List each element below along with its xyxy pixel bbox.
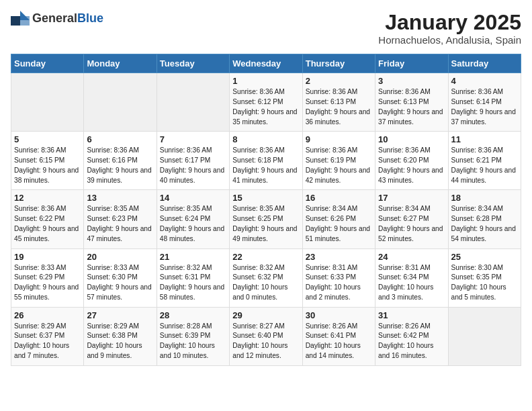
day-number: 2 <box>306 76 372 86</box>
calendar-cell: 5Sunrise: 8:36 AM Sunset: 6:15 PM Daylig… <box>11 132 84 190</box>
day-number: 4 <box>451 76 518 86</box>
day-info: Sunrise: 8:26 AM Sunset: 6:41 PM Dayligh… <box>306 322 372 361</box>
calendar-week-row: 5Sunrise: 8:36 AM Sunset: 6:15 PM Daylig… <box>11 132 521 190</box>
day-info: Sunrise: 8:36 AM Sunset: 6:17 PM Dayligh… <box>160 146 226 185</box>
calendar-cell: 10Sunrise: 8:36 AM Sunset: 6:20 PM Dayli… <box>375 132 448 190</box>
calendar-cell <box>157 73 229 132</box>
day-info: Sunrise: 8:33 AM Sunset: 6:29 PM Dayligh… <box>14 263 81 303</box>
calendar-cell: 18Sunrise: 8:34 AM Sunset: 6:28 PM Dayli… <box>448 190 521 248</box>
day-info: Sunrise: 8:28 AM Sunset: 6:39 PM Dayligh… <box>160 322 226 361</box>
day-number: 5 <box>14 134 81 144</box>
calendar-cell: 22Sunrise: 8:32 AM Sunset: 6:32 PM Dayli… <box>230 248 302 307</box>
title-area: January 2025 Hornachuelos, Andalusia, Sp… <box>378 11 521 46</box>
day-info: Sunrise: 8:36 AM Sunset: 6:16 PM Dayligh… <box>87 146 153 185</box>
day-number: 7 <box>160 134 226 144</box>
day-number: 8 <box>232 134 299 144</box>
day-info: Sunrise: 8:29 AM Sunset: 6:38 PM Dayligh… <box>87 322 153 361</box>
day-number: 14 <box>160 193 226 203</box>
calendar-cell: 16Sunrise: 8:34 AM Sunset: 6:26 PM Dayli… <box>302 190 375 248</box>
weekday-header: Monday <box>84 54 157 73</box>
day-info: Sunrise: 8:32 AM Sunset: 6:32 PM Dayligh… <box>232 263 299 303</box>
calendar-cell: 14Sunrise: 8:35 AM Sunset: 6:24 PM Dayli… <box>157 190 229 248</box>
day-number: 25 <box>451 252 518 262</box>
day-info: Sunrise: 8:36 AM Sunset: 6:14 PM Dayligh… <box>451 87 518 127</box>
day-info: Sunrise: 8:35 AM Sunset: 6:25 PM Dayligh… <box>232 204 299 244</box>
calendar-cell: 28Sunrise: 8:28 AM Sunset: 6:39 PM Dayli… <box>157 307 229 365</box>
day-info: Sunrise: 8:29 AM Sunset: 6:37 PM Dayligh… <box>14 322 81 361</box>
svg-marker-2 <box>20 16 30 26</box>
day-number: 19 <box>14 252 81 262</box>
day-number: 22 <box>232 252 299 262</box>
day-number: 18 <box>451 193 518 203</box>
logo: GeneralBlue <box>11 11 103 26</box>
calendar-table: SundayMondayTuesdayWednesdayThursdayFrid… <box>11 54 521 366</box>
day-info: Sunrise: 8:36 AM Sunset: 6:21 PM Dayligh… <box>451 146 518 185</box>
day-number: 3 <box>378 76 445 86</box>
calendar-cell: 26Sunrise: 8:29 AM Sunset: 6:37 PM Dayli… <box>11 307 84 365</box>
day-info: Sunrise: 8:36 AM Sunset: 6:13 PM Dayligh… <box>378 87 445 127</box>
weekday-header-row: SundayMondayTuesdayWednesdayThursdayFrid… <box>11 54 521 73</box>
day-info: Sunrise: 8:33 AM Sunset: 6:30 PM Dayligh… <box>87 263 153 303</box>
calendar-cell: 23Sunrise: 8:31 AM Sunset: 6:33 PM Dayli… <box>302 248 375 307</box>
svg-marker-1 <box>11 16 20 26</box>
calendar-week-row: 12Sunrise: 8:36 AM Sunset: 6:22 PM Dayli… <box>11 190 521 248</box>
calendar-cell: 2Sunrise: 8:36 AM Sunset: 6:13 PM Daylig… <box>302 73 375 132</box>
weekday-header: Wednesday <box>230 54 302 73</box>
day-info: Sunrise: 8:32 AM Sunset: 6:31 PM Dayligh… <box>160 263 226 303</box>
day-info: Sunrise: 8:34 AM Sunset: 6:26 PM Dayligh… <box>306 204 372 244</box>
day-info: Sunrise: 8:36 AM Sunset: 6:22 PM Dayligh… <box>14 204 81 244</box>
logo-text-blue: Blue <box>77 11 103 25</box>
day-number: 29 <box>232 310 299 320</box>
logo-icon <box>11 11 30 26</box>
day-info: Sunrise: 8:36 AM Sunset: 6:18 PM Dayligh… <box>232 146 299 185</box>
calendar-week-row: 1Sunrise: 8:36 AM Sunset: 6:12 PM Daylig… <box>11 73 521 132</box>
calendar-cell: 29Sunrise: 8:27 AM Sunset: 6:40 PM Dayli… <box>230 307 302 365</box>
weekday-header: Tuesday <box>157 54 229 73</box>
day-number: 24 <box>378 252 445 262</box>
header: GeneralBlue January 2025 Hornachuelos, A… <box>11 11 521 46</box>
day-number: 16 <box>306 193 372 203</box>
day-number: 28 <box>160 310 226 320</box>
day-info: Sunrise: 8:35 AM Sunset: 6:23 PM Dayligh… <box>87 204 153 244</box>
day-number: 26 <box>14 310 81 320</box>
weekday-header: Friday <box>375 54 448 73</box>
day-number: 20 <box>87 252 153 262</box>
calendar-cell <box>448 307 521 365</box>
calendar-cell: 11Sunrise: 8:36 AM Sunset: 6:21 PM Dayli… <box>448 132 521 190</box>
day-info: Sunrise: 8:36 AM Sunset: 6:13 PM Dayligh… <box>306 87 372 127</box>
day-number: 12 <box>14 193 81 203</box>
calendar-week-row: 19Sunrise: 8:33 AM Sunset: 6:29 PM Dayli… <box>11 248 521 307</box>
day-info: Sunrise: 8:27 AM Sunset: 6:40 PM Dayligh… <box>232 322 299 361</box>
day-info: Sunrise: 8:31 AM Sunset: 6:33 PM Dayligh… <box>306 263 372 303</box>
day-number: 13 <box>87 193 153 203</box>
day-info: Sunrise: 8:36 AM Sunset: 6:19 PM Dayligh… <box>306 146 372 185</box>
logo-text-general: General <box>32 11 77 25</box>
calendar-cell: 9Sunrise: 8:36 AM Sunset: 6:19 PM Daylig… <box>302 132 375 190</box>
day-info: Sunrise: 8:36 AM Sunset: 6:20 PM Dayligh… <box>378 146 445 185</box>
calendar-cell: 25Sunrise: 8:30 AM Sunset: 6:35 PM Dayli… <box>448 248 521 307</box>
day-number: 30 <box>306 310 372 320</box>
day-info: Sunrise: 8:31 AM Sunset: 6:34 PM Dayligh… <box>378 263 445 303</box>
day-info: Sunrise: 8:26 AM Sunset: 6:42 PM Dayligh… <box>378 322 445 361</box>
calendar-week-row: 26Sunrise: 8:29 AM Sunset: 6:37 PM Dayli… <box>11 307 521 365</box>
day-number: 10 <box>378 134 445 144</box>
calendar-cell: 19Sunrise: 8:33 AM Sunset: 6:29 PM Dayli… <box>11 248 84 307</box>
calendar-cell: 12Sunrise: 8:36 AM Sunset: 6:22 PM Dayli… <box>11 190 84 248</box>
weekday-header: Sunday <box>11 54 84 73</box>
calendar-cell: 3Sunrise: 8:36 AM Sunset: 6:13 PM Daylig… <box>375 73 448 132</box>
location-title: Hornachuelos, Andalusia, Spain <box>378 34 521 46</box>
calendar-cell: 30Sunrise: 8:26 AM Sunset: 6:41 PM Dayli… <box>302 307 375 365</box>
day-number: 21 <box>160 252 226 262</box>
day-info: Sunrise: 8:36 AM Sunset: 6:15 PM Dayligh… <box>14 146 81 185</box>
day-info: Sunrise: 8:36 AM Sunset: 6:12 PM Dayligh… <box>232 87 299 127</box>
calendar-cell: 27Sunrise: 8:29 AM Sunset: 6:38 PM Dayli… <box>84 307 157 365</box>
weekday-header: Thursday <box>302 54 375 73</box>
calendar-cell: 13Sunrise: 8:35 AM Sunset: 6:23 PM Dayli… <box>84 190 157 248</box>
month-title: January 2025 <box>378 11 521 34</box>
calendar-cell: 20Sunrise: 8:33 AM Sunset: 6:30 PM Dayli… <box>84 248 157 307</box>
calendar-cell: 21Sunrise: 8:32 AM Sunset: 6:31 PM Dayli… <box>157 248 229 307</box>
calendar-cell <box>11 73 84 132</box>
day-number: 6 <box>87 134 153 144</box>
day-info: Sunrise: 8:35 AM Sunset: 6:24 PM Dayligh… <box>160 204 226 244</box>
day-number: 23 <box>306 252 372 262</box>
